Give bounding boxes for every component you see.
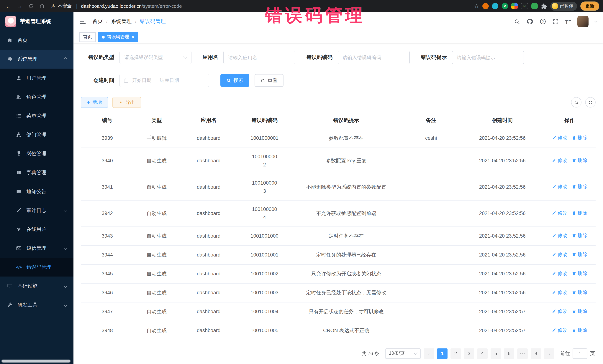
reset-button[interactable]: 重置 <box>255 74 283 87</box>
edit-link[interactable]: 修改 <box>552 269 567 277</box>
export-button[interactable]: 导出 <box>112 97 141 108</box>
edit-link[interactable]: 修改 <box>552 326 567 334</box>
extension-icon-teal[interactable] <box>492 3 498 9</box>
pager-page-4[interactable]: 4 <box>477 348 487 359</box>
sidebar-item-system[interactable]: 系统管理 <box>0 50 73 69</box>
pager-page-8[interactable]: 8 <box>531 348 541 359</box>
pager-page-2[interactable]: 2 <box>451 348 461 359</box>
date-range-picker[interactable]: 开始日期 - 结束日期 <box>119 74 209 87</box>
extension-icon-grid[interactable] <box>511 3 518 9</box>
pager-ellipsis[interactable]: ··· <box>517 348 528 359</box>
table-body: 3939 手动编辑 dashboard 1001000001 参数配置不存在 c… <box>81 129 596 340</box>
delete-link[interactable]: 删除 <box>572 269 587 277</box>
close-icon[interactable]: × <box>132 34 134 39</box>
delete-link-label: 删除 <box>578 250 587 259</box>
refresh-icon[interactable] <box>585 97 596 108</box>
user-avatar[interactable] <box>577 16 589 27</box>
github-icon[interactable] <box>526 18 533 25</box>
hamburger-icon[interactable] <box>79 18 86 25</box>
edit-link[interactable]: 修改 <box>552 307 567 315</box>
header-search-icon[interactable] <box>514 18 520 25</box>
sidebar-item-roles[interactable]: 角色管理 <box>0 88 73 106</box>
page-size-select[interactable]: 10条/页 <box>385 348 421 359</box>
delete-link[interactable]: 删除 <box>572 134 587 142</box>
address-bar[interactable]: dashboard.yudao.iocoder.cn/system/error-… <box>81 3 182 9</box>
edit-link[interactable]: 修改 <box>552 288 567 296</box>
pager-page-5[interactable]: 5 <box>491 348 501 359</box>
cell-actions: 修改 删除 <box>544 147 596 174</box>
delete-link[interactable]: 删除 <box>572 250 587 259</box>
app-logo[interactable]: 芋道管理系统 <box>0 12 73 31</box>
delete-link[interactable]: 删除 <box>572 232 587 240</box>
tag-error-code[interactable]: 错误码管理 × <box>98 32 138 42</box>
sidebar-item-dev-tools[interactable]: 研发工具 <box>0 295 73 314</box>
bookmark-star-icon[interactable]: ☆ <box>474 3 479 10</box>
browser-reload-icon[interactable] <box>26 1 36 11</box>
sidebar-item-notice[interactable]: 通知公告 <box>0 182 73 201</box>
cell-actions: 修改 删除 <box>544 226 596 245</box>
sidebar-item-online-users[interactable]: 在线用户 <box>0 220 73 239</box>
toggle-search-icon[interactable] <box>571 97 581 108</box>
add-button[interactable]: + 新增 <box>81 97 108 108</box>
browser-back-icon[interactable]: ← <box>4 1 13 11</box>
edit-link[interactable]: 修改 <box>552 183 567 191</box>
sidebar-item-error-code[interactable]: </> 错误码管理 <box>0 258 73 276</box>
error-code-input[interactable] <box>338 51 410 64</box>
help-icon[interactable]: ? <box>539 18 546 25</box>
sidebar-item-departments[interactable]: 部门管理 <box>0 125 73 144</box>
delete-link[interactable]: 删除 <box>572 156 587 164</box>
extensions-puzzle-icon[interactable] <box>541 3 547 9</box>
chevron-down-icon <box>64 209 67 212</box>
delete-link[interactable]: 删除 <box>572 183 587 191</box>
delete-link[interactable]: 删除 <box>572 288 587 296</box>
browser-forward-icon[interactable]: → <box>15 1 24 11</box>
edit-link[interactable]: 修改 <box>552 232 567 240</box>
extension-icon-leaf[interactable] <box>531 3 538 9</box>
delete-link[interactable]: 删除 <box>572 326 587 334</box>
next-page-button[interactable]: › <box>544 348 554 359</box>
sidebar-item-sms[interactable]: 短信管理 <box>0 239 73 258</box>
security-indicator[interactable]: ⚠ 不安全 | <box>51 3 80 9</box>
edit-link[interactable]: 修改 <box>552 156 567 164</box>
sidebar-item-audit-log[interactable]: 审计日志 <box>0 201 73 220</box>
browser-home-icon[interactable] <box>37 1 47 11</box>
extension-icon-on[interactable]: on <box>521 3 528 9</box>
avatar-caret-icon[interactable] <box>594 20 598 22</box>
edit-link[interactable]: 修改 <box>552 134 567 142</box>
breadcrumb-system[interactable]: 系统管理 <box>111 18 132 25</box>
tag-home[interactable]: 首页 <box>79 32 96 42</box>
sidebar-scrollbar[interactable] <box>1 360 70 363</box>
pager-page-6[interactable]: 6 <box>504 348 514 359</box>
extension-icon-red[interactable] <box>482 3 489 9</box>
edit-link[interactable]: 修改 <box>552 250 567 259</box>
breadcrumb-home[interactable]: 首页 <box>93 18 103 25</box>
cell-hint: 只有开启状态的任务，才可以修改 <box>291 302 401 321</box>
app-name-input[interactable] <box>223 51 295 64</box>
search-button[interactable]: 搜索 <box>220 74 249 87</box>
message-bubble-icon <box>16 189 22 194</box>
sidebar-item-users[interactable]: 用户管理 <box>0 69 73 88</box>
error-type-select[interactable]: 请选择错误码类型 <box>119 51 191 64</box>
sidebar-item-dict[interactable]: 字典管理 <box>0 163 73 182</box>
fullscreen-icon[interactable] <box>552 18 559 25</box>
edit-link[interactable]: 修改 <box>552 209 567 217</box>
delete-link[interactable]: 删除 <box>572 209 587 217</box>
cell-code: 1001001003 <box>238 283 291 302</box>
error-hint-input[interactable] <box>452 51 524 64</box>
cell-type: 自动生成 <box>134 321 180 340</box>
prev-page-button[interactable]: ‹ <box>424 348 434 359</box>
paused-profile-badge[interactable]: 已暂停 <box>550 2 577 11</box>
delete-link[interactable]: 删除 <box>572 307 587 315</box>
browser-update-button[interactable]: 更新 <box>580 1 599 11</box>
sidebar-item-home[interactable]: 首页 <box>0 31 73 50</box>
sidebar-item-infrastructure[interactable]: 基础设施 <box>0 276 73 295</box>
reset-button-label: 重置 <box>267 77 278 84</box>
goto-page-input[interactable] <box>573 348 587 359</box>
sidebar-item-menus[interactable]: 菜单管理 <box>0 106 73 125</box>
sidebar-item-label: 岗位管理 <box>26 150 46 157</box>
extension-icon-green[interactable]: V <box>502 3 508 9</box>
pager-page-1[interactable]: 1 <box>437 348 448 359</box>
pager-page-3[interactable]: 3 <box>464 348 474 359</box>
font-size-icon[interactable]: TT <box>565 18 571 25</box>
sidebar-item-posts[interactable]: 岗位管理 <box>0 144 73 163</box>
